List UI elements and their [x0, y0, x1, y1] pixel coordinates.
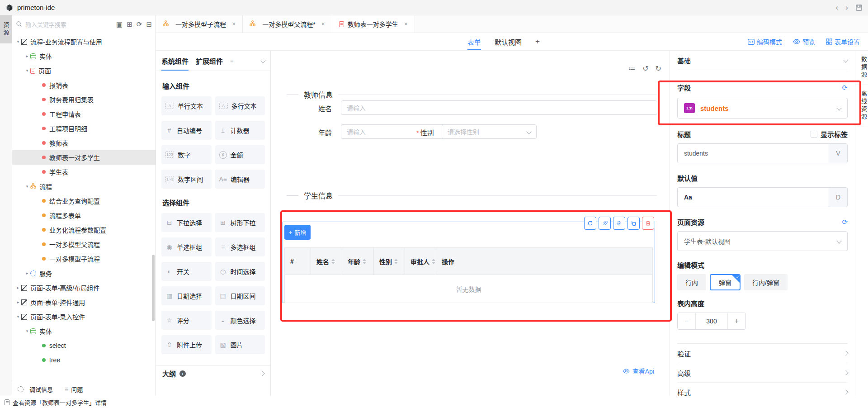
tree-item[interactable]: 教师表 [12, 136, 156, 150]
tree-item[interactable]: 流程多表单 [12, 208, 156, 223]
component-card[interactable]: ▤日期区间 [215, 286, 265, 305]
tree-item[interactable]: 工程项目明细 [12, 121, 156, 136]
component-card[interactable]: ≡多选框组 [215, 237, 265, 256]
tree-item[interactable]: ▸实体 [12, 49, 156, 63]
tree-item[interactable]: 业务化流程参数配置 [12, 223, 156, 237]
undo-icon[interactable]: ↺ [642, 64, 648, 73]
refresh-icon[interactable]: ⟳ [842, 84, 848, 92]
form-settings-button[interactable]: 表单设置 [826, 37, 860, 46]
locate-file-icon[interactable]: ▣ [116, 21, 123, 28]
save-icon[interactable] [855, 4, 863, 11]
collapsed-section[interactable]: 验证 [677, 344, 848, 363]
delete-button[interactable] [642, 217, 654, 230]
collapse-arrow-icon[interactable]: ▸ [15, 285, 21, 290]
redo-icon[interactable]: ↻ [656, 64, 661, 73]
tree-item[interactable]: ▸页面-表单-控件通用 [12, 295, 156, 309]
tree-item[interactable]: 报销表 [12, 78, 156, 92]
component-card[interactable]: ▧图片 [215, 335, 265, 354]
sort-icon[interactable] [432, 259, 435, 264]
checkbox-icon[interactable] [811, 131, 817, 138]
increment-button[interactable]: + [728, 313, 745, 329]
refresh-icon[interactable]: ⟳ [842, 218, 848, 226]
link-button[interactable] [599, 217, 611, 230]
page-resource-select[interactable]: 学生表-默认视图 [677, 231, 848, 251]
debug-info-button[interactable]: 调试信息 [18, 385, 53, 394]
code-mode-button[interactable]: 编码模式 [748, 37, 782, 46]
tree-item[interactable]: 工程申请表 [12, 107, 156, 121]
list-view-icon[interactable]: ≡ [230, 57, 234, 64]
edit-mode-option[interactable]: 行内 [677, 274, 706, 290]
refresh-icon[interactable]: ⟳ [137, 21, 142, 28]
sync-button[interactable] [584, 217, 596, 230]
close-icon[interactable]: × [232, 20, 236, 28]
edit-mode-option[interactable]: 弹窗✓ [710, 274, 741, 290]
component-card[interactable]: ◷时间选择 [215, 262, 265, 281]
copy-button[interactable] [627, 217, 640, 230]
collapsed-section[interactable]: 高级 [677, 363, 848, 383]
decrement-button[interactable]: − [678, 313, 695, 329]
component-card[interactable]: A单行文本 [161, 96, 212, 115]
right-vertical-tab[interactable]: 数据源 [855, 51, 868, 85]
expand-arrow-icon[interactable]: ▾ [15, 314, 21, 319]
file-tab[interactable]: 一对多模型子流程× [156, 15, 243, 33]
expand-arrow-icon[interactable]: ▾ [24, 329, 30, 333]
edit-mode-option[interactable]: 行内/弹窗 [744, 274, 788, 290]
outline-footer[interactable]: 大纲 i [156, 365, 270, 381]
default-value-input[interactable]: Aa D [677, 187, 848, 207]
search-input[interactable]: 输入关键字搜索 [16, 20, 113, 28]
tree-item[interactable]: ▸服务 [12, 266, 156, 280]
component-card[interactable]: ⇧附件上传 [161, 335, 212, 354]
file-tab[interactable]: 教师表一对多学生× [332, 15, 415, 33]
nav-back-icon[interactable]: ‹ [836, 4, 839, 11]
preview-button[interactable]: 预览 [793, 37, 815, 46]
component-card[interactable]: A多行文本 [215, 96, 265, 115]
component-card[interactable]: ¥金额 [215, 145, 265, 164]
variable-suffix-button[interactable]: V [829, 144, 847, 163]
component-card[interactable]: ±计数器 [215, 121, 265, 140]
sort-icon[interactable] [394, 259, 398, 264]
column-header[interactable]: 审批人 [405, 248, 436, 275]
outline-tree-icon[interactable]: ≔ [628, 64, 636, 73]
problems-button[interactable]: ≡ 问题 [65, 385, 83, 394]
name-field-input[interactable]: 请输入 [341, 100, 657, 115]
chevron-down-icon[interactable] [260, 58, 265, 63]
component-card[interactable]: ⊞树形下拉 [215, 213, 265, 232]
resources-vertical-tab[interactable]: 资源 [0, 15, 12, 43]
tree-item[interactable]: tree [12, 353, 156, 367]
tree-scrollbar[interactable] [152, 255, 155, 321]
component-card[interactable]: ⊟下拉选择 [161, 213, 212, 232]
new-folder-icon[interactable]: ⊞ [127, 21, 132, 28]
collapse-panel-icon[interactable]: ⊟ [146, 21, 152, 28]
inspector-header[interactable]: 基础 [677, 51, 848, 70]
tree-item[interactable]: ▸页面-表单-高级/布局组件 [12, 280, 156, 295]
component-card[interactable]: 1~3数字区间 [161, 170, 212, 189]
view-tab[interactable]: 默认视图 [495, 33, 522, 50]
view-api-link[interactable]: 查看Api [623, 366, 654, 375]
collapse-arrow-icon[interactable]: ▸ [15, 300, 21, 304]
add-view-button[interactable]: + [535, 37, 540, 46]
tree-item[interactable]: ▾实体 [12, 324, 156, 338]
expand-arrow-icon[interactable]: ▾ [15, 39, 21, 44]
tree-item[interactable]: ▾页面 [12, 63, 156, 78]
component-card[interactable]: ◐开关 [161, 262, 212, 281]
component-card[interactable]: A≡编辑器 [215, 170, 265, 189]
show-label-toggle[interactable]: 显示标签 [811, 129, 848, 139]
settings-button[interactable] [613, 217, 625, 230]
close-icon[interactable]: × [404, 20, 408, 28]
table-height-value[interactable]: 300 [695, 313, 728, 329]
tree-item[interactable]: 教师表一对多学生 [12, 150, 156, 165]
component-card[interactable]: ☆评分 [161, 311, 212, 330]
gender-select[interactable]: 请选择性别 [442, 124, 537, 139]
component-card[interactable]: ◉单选框组 [161, 237, 212, 256]
column-header[interactable]: 性别 [374, 248, 405, 275]
column-header[interactable]: 姓名 [311, 248, 342, 275]
collapsed-section[interactable]: 样式 [677, 383, 848, 396]
expand-arrow-icon[interactable]: ▾ [24, 184, 30, 189]
component-card[interactable]: #自动编号 [161, 121, 212, 140]
view-tab[interactable]: 表单 [467, 33, 481, 50]
tree-item[interactable]: ▾页面-表单-录入控件 [12, 309, 156, 324]
palette-tab[interactable]: 扩展组件 [196, 51, 223, 71]
title-input[interactable]: students V [677, 143, 848, 163]
tree-item[interactable]: ▾流程-业务流程配置与使用 [12, 34, 156, 49]
tree-item[interactable]: ▾流程 [12, 179, 156, 194]
